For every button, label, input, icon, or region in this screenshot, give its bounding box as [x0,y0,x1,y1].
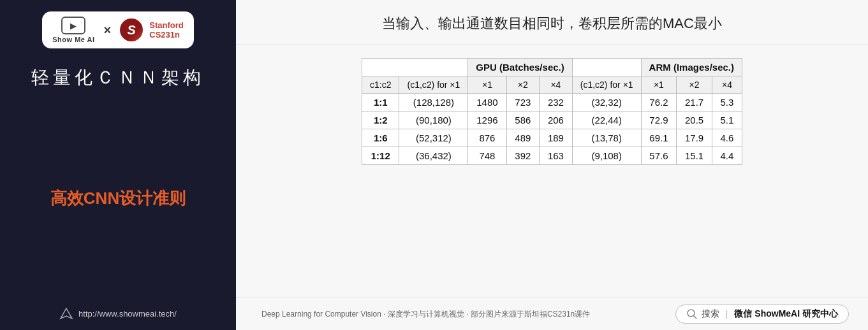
th-empty-3 [572,59,641,76]
data-table: GPU (Batches/sec.) ARM (Images/sec.) c1:… [362,58,742,165]
th-arm-x1: ×1 [641,76,677,94]
navigation-icon [59,307,73,321]
cell-3-1: (36,432) [399,147,468,165]
cell-2-6: 69.1 [641,129,677,147]
cell-0-6: 76.2 [641,94,677,111]
cell-0-3: 723 [506,94,540,111]
svg-line-2 [693,316,696,319]
cell-2-7: 17.9 [677,129,712,147]
table-row: 1:2(90,180)1296586206(22,44)72.920.55.1 [362,111,742,129]
search-label-text: 搜索 [702,308,719,320]
cell-2-0: 1:6 [362,129,399,147]
th-arm-c: (c1,c2) for ×1 [572,76,641,94]
showmeai-logo: Show Me AI [52,17,94,43]
showmeai-icon [61,17,85,34]
sidebar: Show Me AI × S Stanford CS231n 轻量化ＣＮＮ架构 … [0,0,236,330]
cell-1-1: (90,180) [399,111,468,129]
th-ratio: c1:c2 [362,76,399,94]
cell-2-2: 876 [468,129,506,147]
table-row: 1:6(52,312)876489189(13,78)69.117.94.6 [362,129,742,147]
cell-0-2: 1480 [468,94,506,111]
stanford-name: Stanford [149,20,183,30]
cell-0-1: (128,128) [399,94,468,111]
th-gpu-header: GPU (Batches/sec.) [468,59,572,76]
svg-marker-0 [61,308,72,319]
search-icon [686,308,698,320]
th-empty-1 [362,59,399,76]
cell-0-0: 1:1 [362,94,399,111]
stanford-s-icon: S [120,18,143,41]
main-content: ShowMeAI 当输入、输出通道数目相同时，卷积层所需的MAC最小 GPU (… [236,0,868,330]
cell-3-2: 748 [468,147,506,165]
cell-0-7: 21.7 [677,94,712,111]
sidebar-subtitle: 高效CNN设计准则 [50,189,186,208]
cell-1-8: 5.1 [712,111,742,129]
cell-2-8: 4.6 [712,129,742,147]
header-text: 当输入、输出通道数目相同时，卷积层所需的MAC最小 [382,15,722,31]
cell-3-8: 4.4 [712,147,742,165]
cell-2-3: 489 [506,129,540,147]
cell-3-7: 15.1 [677,147,712,165]
cell-3-3: 392 [506,147,540,165]
th-arm-x2: ×2 [677,76,712,94]
cell-0-5: (32,32) [572,94,641,111]
th-gpu-x1: ×1 [468,76,506,94]
cell-1-7: 20.5 [677,111,712,129]
search-divider: | [726,309,728,319]
table-header-row-2: c1:c2 (c1,c2) for ×1 ×1 ×2 ×4 (c1,c2) fo… [362,76,742,94]
cell-1-5: (22,44) [572,111,641,129]
cell-1-2: 1296 [468,111,506,129]
cell-1-0: 1:2 [362,111,399,129]
cell-0-4: 232 [540,94,573,111]
stanford-text-block: Stanford CS231n [149,20,183,39]
table-row: 1:1(128,128)1480723232(32,32)76.221.75.3 [362,94,742,111]
x-divider: × [104,23,112,38]
table-body: 1:1(128,128)1480723232(32,32)76.221.75.3… [362,94,742,165]
cell-3-0: 1:12 [362,147,399,165]
wechat-label: 微信 ShowMeAI 研究中心 [734,308,838,320]
stanford-logo: S Stanford CS231n [120,18,183,41]
table-row: 1:12(36,432)748392163(9,108)57.615.14.4 [362,147,742,165]
cell-2-5: (13,78) [572,129,641,147]
cell-3-5: (9,108) [572,147,641,165]
cell-3-6: 57.6 [641,147,677,165]
search-box[interactable]: 搜索 | 微信 ShowMeAI 研究中心 [675,305,849,324]
th-gpu-x4: ×4 [540,76,573,94]
th-empty-2 [399,59,468,76]
stanford-course: CS231n [149,30,183,39]
logo-row: Show Me AI × S Stanford CS231n [42,11,193,48]
showmeai-text: Show Me AI [52,36,94,43]
cell-3-4: 163 [540,147,573,165]
cell-2-4: 189 [540,129,573,147]
sidebar-url[interactable]: http://www.showmeai.tech/ [78,309,177,319]
sidebar-url-row: http://www.showmeai.tech/ [59,307,177,321]
th-arm-x4: ×4 [712,76,742,94]
main-header: 当输入、输出通道数目相同时，卷积层所需的MAC最小 [236,0,868,45]
th-gpu-c: (c1,c2) for ×1 [399,76,468,94]
table-header-row-1: GPU (Batches/sec.) ARM (Images/sec.) [362,59,742,76]
footer-row: Deep Learning for Computer Vision · 深度学习… [236,298,868,330]
cell-1-3: 586 [506,111,540,129]
footer-left-text: Deep Learning for Computer Vision · 深度学习… [261,309,590,320]
cell-2-1: (52,312) [399,129,468,147]
table-area: GPU (Batches/sec.) ARM (Images/sec.) c1:… [236,45,868,298]
cell-1-6: 72.9 [641,111,677,129]
sidebar-title: 轻量化ＣＮＮ架构 [31,66,205,89]
cell-0-8: 5.3 [712,94,742,111]
cell-1-4: 206 [540,111,573,129]
th-gpu-x2: ×2 [506,76,540,94]
th-arm-header: ARM (Images/sec.) [641,59,742,76]
